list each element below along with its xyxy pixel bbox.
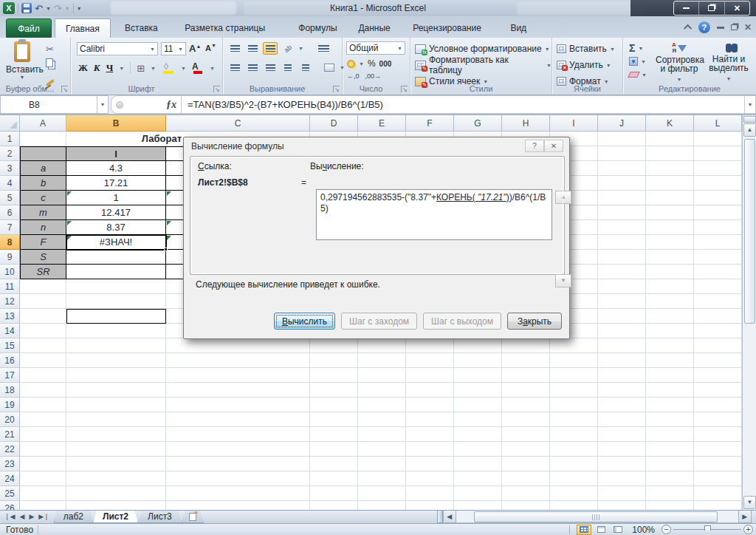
font-size-combo[interactable]: 11▼ xyxy=(161,42,186,55)
delete-cells-button[interactable]: ✕ Удалить▼ xyxy=(557,58,611,72)
comma-style-button[interactable]: 000 xyxy=(379,60,392,68)
row-header-12[interactable]: 12 xyxy=(0,294,20,309)
column-header-I[interactable]: I xyxy=(550,115,598,132)
dialog-button-вычислить[interactable]: Вычислить xyxy=(274,313,335,330)
clear-button[interactable]: ▼ xyxy=(629,72,647,78)
find-select-button[interactable]: Найти и выделить ▼ xyxy=(706,42,752,83)
decrease-indent-button[interactable] xyxy=(281,61,295,74)
cell-B1-title[interactable]: Лаборат xyxy=(66,132,182,146)
cell-A7[interactable]: n xyxy=(20,220,66,235)
minimize-ribbon-icon[interactable] xyxy=(684,24,692,33)
evaluation-scrollbar[interactable]: ▲ ▼ xyxy=(555,191,571,287)
row-header-26[interactable]: 26 xyxy=(0,501,20,510)
copy-button[interactable] xyxy=(46,58,53,69)
row-header-25[interactable]: 25 xyxy=(0,486,20,501)
hscroll-right-icon[interactable]: ▶ xyxy=(738,511,752,523)
align-bottom-button[interactable] xyxy=(263,42,278,55)
font-color-button[interactable]: А xyxy=(192,61,204,75)
row-header-20[interactable]: 20 xyxy=(0,412,20,427)
redo-icon[interactable]: ↷ xyxy=(54,4,62,13)
hscroll-left-icon[interactable]: ◀ xyxy=(443,511,456,523)
grow-font-button[interactable]: A▲ xyxy=(189,43,201,54)
cell-B3[interactable]: 4.3 xyxy=(66,161,166,176)
align-right-button[interactable] xyxy=(263,61,278,74)
cell-A8[interactable]: F xyxy=(20,235,66,250)
page-break-view-button[interactable] xyxy=(611,525,625,535)
undo-dropdown-icon[interactable]: ▼ xyxy=(46,6,51,11)
row-header-13[interactable]: 13 xyxy=(0,309,20,324)
horizontal-scroll-thumb[interactable] xyxy=(474,511,718,522)
cell-B6[interactable]: 12.417 xyxy=(66,205,166,220)
row-header-6[interactable]: 6 xyxy=(0,205,20,220)
sheet-tab-Лист2[interactable]: Лист2 xyxy=(93,511,138,523)
name-box-dropdown-icon[interactable]: ▼ xyxy=(97,95,109,114)
row-header-8[interactable]: 8 xyxy=(0,235,20,250)
font-name-combo[interactable]: Calibri▼ xyxy=(77,42,158,55)
vertical-split-handle[interactable] xyxy=(743,116,756,123)
column-header-G[interactable]: G xyxy=(454,115,502,132)
insert-cells-button[interactable]: Вставить▼ xyxy=(557,41,615,56)
clipboard-dialog-launcher-icon[interactable]: ↘ xyxy=(61,86,68,92)
zoom-in-icon[interactable]: + xyxy=(743,525,753,534)
accounting-format-icon[interactable] xyxy=(347,60,355,68)
row-header-1[interactable]: 1 xyxy=(0,132,20,146)
vertical-scrollbar[interactable]: ▲ ▼ xyxy=(742,115,756,510)
orientation-button[interactable]: ab xyxy=(281,42,295,55)
next-sheet-icon[interactable]: ▶ xyxy=(29,514,34,520)
cell-A2[interactable] xyxy=(20,146,66,161)
excel-app-icon[interactable]: X xyxy=(3,2,15,14)
column-header-D[interactable]: D xyxy=(310,115,358,132)
cut-button[interactable]: ✂ xyxy=(46,44,54,55)
column-header-L[interactable]: L xyxy=(694,115,742,132)
zoom-slider[interactable] xyxy=(673,525,741,534)
percent-style-button[interactable]: % xyxy=(368,58,376,69)
accounting-dropdown-icon[interactable]: ▼ xyxy=(359,61,364,67)
italic-button[interactable]: К xyxy=(94,62,100,74)
fill-handle[interactable] xyxy=(164,248,168,251)
shrink-font-button[interactable]: A▼ xyxy=(205,43,216,52)
cell-A9[interactable]: S xyxy=(20,250,66,265)
tab-Вставка[interactable]: Вставка xyxy=(114,18,168,38)
last-sheet-icon[interactable]: ▶❘ xyxy=(38,514,49,520)
insert-worksheet-tab[interactable] xyxy=(182,511,204,523)
select-all-corner[interactable] xyxy=(0,115,20,132)
row-header-24[interactable]: 24 xyxy=(0,471,20,486)
column-header-B[interactable]: B xyxy=(66,115,166,132)
workbook-close-icon[interactable]: ✕ xyxy=(744,23,752,32)
wrap-text-button[interactable] xyxy=(317,42,331,55)
row-header-5[interactable]: 5 xyxy=(0,191,20,205)
cell-B2[interactable]: I xyxy=(66,146,166,161)
row-header-14[interactable]: 14 xyxy=(0,324,20,338)
underline-button[interactable]: Ч xyxy=(106,62,114,74)
borders-dropdown-icon[interactable]: ▼ xyxy=(151,66,156,71)
column-header-J[interactable]: J xyxy=(598,115,646,132)
evaluation-box[interactable]: 0,297194562883535-("8.37"+КОРЕНЬ( "17.21… xyxy=(316,189,552,240)
column-header-H[interactable]: H xyxy=(502,115,550,132)
merge-center-button[interactable] xyxy=(322,61,337,74)
cell-A5[interactable]: c xyxy=(20,191,66,205)
conditional-formatting-button[interactable]: fx Условное форматирование▼ xyxy=(415,41,550,56)
column-header-F[interactable]: F xyxy=(406,115,454,132)
zoom-slider-thumb[interactable] xyxy=(704,525,711,534)
close-button[interactable]: ✕ xyxy=(725,1,749,15)
workbook-restore-icon[interactable] xyxy=(731,24,738,30)
row-header-22[interactable]: 22 xyxy=(0,442,20,457)
cell-B7[interactable]: 8.37 xyxy=(66,220,166,235)
cell-B4[interactable]: 17.21 xyxy=(66,176,166,191)
row-header-7[interactable]: 7 xyxy=(0,220,20,235)
orientation-dropdown-icon[interactable]: ▼ xyxy=(298,46,303,51)
format-as-table-button[interactable]: ✎ Форматировать как таблицу▼ xyxy=(415,58,551,72)
name-box[interactable]: B8 xyxy=(0,95,97,114)
formula-input[interactable]: =TAN(B3/B5)^2-(B7+КОРЕНЬ(B4))/B6^(1/B5) xyxy=(182,95,744,114)
number-format-combo[interactable]: Общий▼ xyxy=(346,41,405,55)
row-header-10[interactable]: 10 xyxy=(0,265,20,279)
minimize-button[interactable] xyxy=(674,1,699,15)
fill-button[interactable]: ▼▼ xyxy=(629,57,646,66)
column-header-K[interactable]: K xyxy=(646,115,694,132)
dialog-help-icon[interactable]: ? xyxy=(525,140,544,152)
eval-scroll-down-icon[interactable]: ▼ xyxy=(555,274,571,287)
normal-view-button[interactable] xyxy=(577,525,591,535)
tab-Формулы[interactable]: Формулы xyxy=(288,18,347,38)
row-header-23[interactable]: 23 xyxy=(0,457,20,471)
cell-B10[interactable] xyxy=(66,265,166,279)
